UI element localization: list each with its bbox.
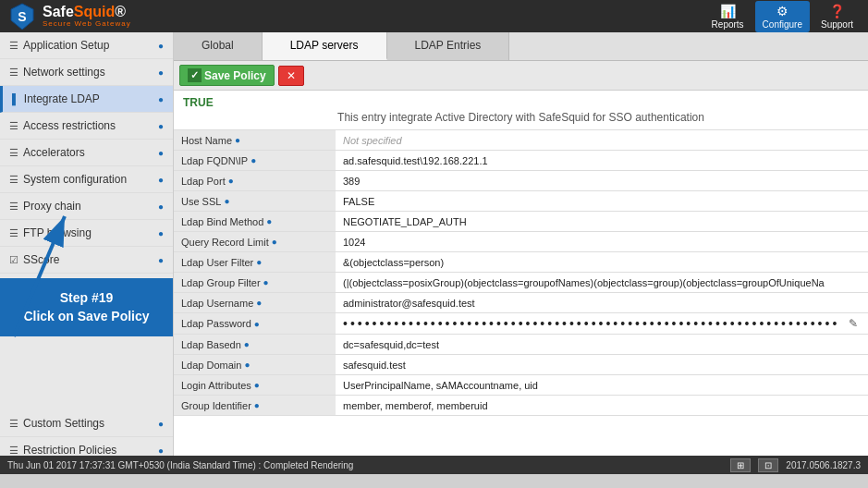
menu-icon: ☰ [9,120,18,132]
entry-header: TRUE This entry integrate Active Directo… [174,91,868,130]
form-label-user-filter: Ldap User Filter ● [174,252,336,272]
reports-button[interactable]: 📊 Reports [704,1,752,32]
tab-ldap-entries[interactable]: LDAP Entries [387,32,510,60]
status-btn-2[interactable]: ⊡ [758,458,778,472]
help-icon[interactable]: ● [254,380,260,390]
form-value-basedn: dc=safesquid,dc=test [336,335,868,354]
help-icon[interactable]: ● [228,176,234,186]
content-area: Global LDAP servers LDAP Entries ✓ Save … [174,32,868,456]
tab-global[interactable]: Global [174,32,263,60]
help-icon[interactable]: ● [266,216,272,226]
form-label-group-filter: Ldap Group Filter ● [174,273,336,292]
help-icon[interactable]: ● [272,237,277,247]
form-label-login-attributes: Login Attributes ● [174,375,336,395]
brand-name: SafeSquid® [43,4,131,20]
help-icon[interactable]: ● [235,135,240,145]
form-label-port: Ldap Port ● [174,171,336,190]
label-text: Group Identifier [181,400,251,411]
label-text: Ldap Password [181,318,251,329]
help-icon[interactable]: ● [158,255,164,265]
help-icon[interactable]: ● [158,41,164,51]
edit-password-icon[interactable]: ✎ [849,317,861,330]
help-icon[interactable]: ● [244,360,250,370]
sidebar-item-restriction-policies[interactable]: ☰ Restriction Policies ● [0,437,173,456]
sidebar-item-label: Restriction Policies [23,444,116,456]
brand-tagline: Secure Web Gateway [43,20,131,29]
help-icon[interactable]: ● [158,121,164,131]
label-text: Ldap Domain [181,360,241,371]
help-icon[interactable]: ● [158,94,164,104]
form-label-basedn: Ldap Basedn ● [174,335,336,354]
form-row-basedn: Ldap Basedn ● dc=safesquid,dc=test [174,335,868,355]
status-bar: Thu Jun 01 2017 17:37:31 GMT+0530 (India… [0,456,868,474]
label-text: Use SSL [181,196,221,207]
sidebar-item-label: Integrate LDAP [24,92,100,105]
help-icon[interactable]: ● [251,155,256,165]
form-row-user-filter: Ldap User Filter ● &(objectclass=person) [174,252,868,273]
pointer-arrow [5,207,79,346]
sidebar-item-label: System configuration [23,173,127,186]
help-icon[interactable]: ● [158,67,164,78]
help-icon[interactable]: ● [256,257,262,267]
support-label: Support [821,19,853,30]
support-button[interactable]: ❓ Support [813,1,861,32]
label-text: Ldap FQDN\IP [181,155,248,166]
sidebar-item-system-configuration[interactable]: ☰ System configuration ● [0,166,173,193]
sidebar-item-custom-settings[interactable]: ☰ Custom Settings ● [0,410,173,437]
sidebar-item-integrate-ldap[interactable]: ▌ Integrate LDAP ● [0,86,173,113]
delete-icon: ✕ [287,69,296,82]
help-icon[interactable]: ● [254,400,260,410]
help-icon[interactable]: ● [263,277,269,287]
form-value-login-attributes: UserPrincipalName, sAMAccountname, uid [336,375,868,395]
help-icon[interactable]: ● [158,228,164,238]
help-icon[interactable]: ● [158,175,164,185]
form-area: TRUE This entry integrate Active Directo… [174,91,868,456]
form-row-bind-method: Ldap Bind Method ● NEGOTIATE_LDAP_AUTH [174,212,868,232]
help-icon[interactable]: ● [224,196,229,206]
save-policy-button[interactable]: ✓ Save Policy [179,65,275,86]
configure-label: Configure [763,19,802,30]
form-label-fqdn: Ldap FQDN\IP ● [174,151,336,170]
label-text: Ldap Group Filter [181,277,261,288]
help-icon[interactable]: ● [158,201,164,212]
help-icon[interactable]: ● [256,298,262,308]
help-icon[interactable]: ● [254,319,260,329]
status-btn-1[interactable]: ⊞ [730,458,751,472]
help-icon[interactable]: ● [158,419,164,429]
sidebar-item-access-restrictions[interactable]: ☰ Access restrictions ● [0,113,173,140]
form-value-fqdn: ad.safesquid.test\192.168.221.1 [336,151,868,170]
label-text: Host Name [181,135,232,146]
help-icon[interactable]: ● [158,148,164,158]
sidebar-item-network-settings[interactable]: ☰ Network settings ● [0,59,173,86]
tabs-bar: Global LDAP servers LDAP Entries [174,32,868,61]
form-label-password: Ldap Password ● [174,313,336,334]
sidebar: ☰ Application Setup ● ☰ Network settings… [0,32,174,456]
form-value-username: administrator@safesquid.test [336,293,868,312]
configure-button[interactable]: ⚙ Configure [755,1,810,32]
version-text: 2017.0506.1827.3 [786,460,861,470]
sidebar-bottom: ☰ Custom Settings ● ☰ Restriction Polici… [0,410,173,456]
form-value-port: 389 [336,171,868,190]
sidebar-item-label: Accelerators [23,146,85,159]
form-label-hostname: Host Name ● [174,130,336,150]
menu-icon: ☰ [9,40,18,52]
sidebar-item-accelerators[interactable]: ☰ Accelerators ● [0,140,173,166]
checkbox-icon: ✓ [188,68,202,82]
sidebar-item-label: Custom Settings [23,417,104,430]
form-value-user-filter: &(objectclass=person) [336,252,868,272]
navbar: S SafeSquid® Secure Web Gateway 📊 Report… [0,0,868,32]
form-label-bind-method: Ldap Bind Method ● [174,212,336,231]
form-row-login-attributes: Login Attributes ● UserPrincipalName, sA… [174,375,868,396]
form-row-fqdn: Ldap FQDN\IP ● ad.safesquid.test\192.168… [174,151,868,171]
delete-button[interactable]: ✕ [278,66,304,86]
help-icon[interactable]: ● [158,445,164,456]
menu-icon: ☰ [9,147,18,159]
form-label-domain: Ldap Domain ● [174,355,336,374]
form-value-group-identifier: member, memberof, memberuid [336,396,868,415]
label-text: Login Attributes [181,380,251,391]
sidebar-item-application-setup[interactable]: ☰ Application Setup ● [0,32,173,59]
help-icon[interactable]: ● [244,339,250,349]
status-right: ⊞ ⊡ 2017.0506.1827.3 [730,458,861,472]
form-row-group-identifier: Group Identifier ● member, memberof, mem… [174,396,868,416]
tab-ldap-servers[interactable]: LDAP servers [263,32,387,60]
